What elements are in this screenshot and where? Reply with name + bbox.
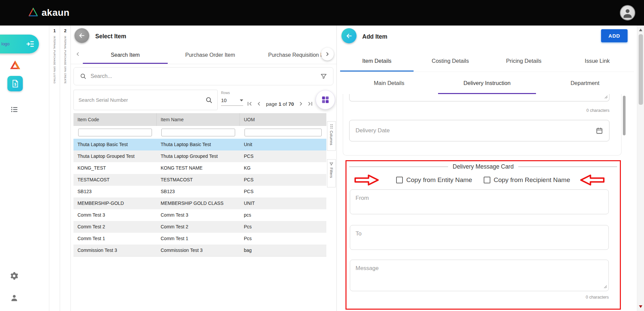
- panel-title: Select Item: [95, 33, 126, 40]
- rows-label: Rows: [221, 91, 243, 95]
- cell-uom: Unit: [240, 139, 326, 150]
- cell-item-code: Comm Test 3: [73, 209, 157, 221]
- cell-uom: pcs: [240, 209, 326, 221]
- workspace-tab-strip: 1 INTERNAL PURCHASE GRN LISTING 2 INTERN…: [49, 26, 71, 311]
- tab-department[interactable]: Department: [536, 72, 634, 94]
- sidebar-item-settings[interactable]: [9, 271, 18, 280]
- sidebar-item-akaun-app[interactable]: [9, 60, 21, 70]
- sidebar-item-profile[interactable]: [10, 294, 18, 302]
- grid-view-button[interactable]: [316, 90, 335, 109]
- character-count: 0 characters: [474, 295, 609, 300]
- column-header-item-name[interactable]: Item Name: [157, 113, 240, 126]
- back-button[interactable]: [74, 28, 89, 43]
- cell-uom: PCS: [240, 174, 326, 186]
- rows-per-page: Rows 10: [221, 91, 243, 106]
- add-item-tabs: Item Details Costing Details Pricing Det…: [340, 50, 634, 72]
- column-header-item-code[interactable]: Item Code: [73, 113, 157, 126]
- sidebar-brand-pill[interactable]: logo: [0, 35, 39, 53]
- filter-input-item-code[interactable]: [78, 129, 152, 136]
- grip-dots-icon: [330, 124, 333, 129]
- scroll-up-arrow[interactable]: [639, 29, 642, 31]
- cell-item-code: TESTMACOST: [73, 174, 157, 186]
- search-input[interactable]: [91, 73, 316, 79]
- serial-search-box: [73, 90, 218, 110]
- person-icon: [622, 7, 633, 18]
- table-row[interactable]: Thuta Laptop Basic Test Thuta Laptop Bas…: [73, 139, 326, 150]
- workspace-tab-1[interactable]: 1 INTERNAL PURCHASE GRN LISTING: [49, 26, 60, 311]
- delivery-message-card-legend: Delivery Message Card: [346, 163, 620, 170]
- serial-search-input[interactable]: [78, 97, 205, 103]
- search-icon[interactable]: [205, 96, 213, 104]
- annotation-highlight-box: Delivery Message Card Copy from Entity N…: [345, 160, 621, 310]
- copy-from-recipient-checkbox[interactable]: [484, 177, 490, 183]
- table-row[interactable]: Comm Test 2 Comm Test 2 Pcs: [73, 221, 326, 233]
- message-input[interactable]: [350, 260, 608, 291]
- copy-from-entity-checkbox[interactable]: [396, 177, 403, 183]
- resize-handle-icon[interactable]: [604, 284, 607, 290]
- table-row[interactable]: KONG_TEST KONG TEST NAME KG: [73, 162, 326, 174]
- tab-issue-link[interactable]: Issue Link: [560, 50, 634, 72]
- funnel-icon: [329, 162, 333, 166]
- truncated-textarea[interactable]: [349, 94, 609, 101]
- tab-purchase-order-item[interactable]: Purchase Order Item: [168, 46, 253, 64]
- tab-delivery-instruction[interactable]: Delivery Instruction: [438, 72, 536, 94]
- sidebar: logo $: [0, 26, 49, 311]
- first-page-button[interactable]: [245, 99, 254, 108]
- calendar-icon[interactable]: [596, 127, 603, 134]
- table-row[interactable]: Comm Test 1 Comm Test 1 Pcs: [73, 233, 326, 245]
- workspace-tab-2[interactable]: 2 INTERNAL PURCHASE GRN CREATE: [60, 26, 71, 311]
- columns-side-tab[interactable]: Columns: [327, 121, 336, 151]
- tab-pricing-details[interactable]: Pricing Details: [487, 50, 560, 72]
- tabs-scroll-right[interactable]: [321, 48, 334, 60]
- akaun-logo-icon: [28, 7, 38, 18]
- tab-item-details[interactable]: Item Details: [340, 50, 414, 72]
- panel-scrollbar-thumb[interactable]: [623, 96, 626, 135]
- table-row[interactable]: SB123 SB123 PCS: [73, 186, 326, 197]
- table-row[interactable]: Commission Test 3 Commisssion Test 3 bag: [73, 245, 326, 256]
- workspace-tab-2-label: INTERNAL PURCHASE GRN CREATE: [64, 36, 67, 84]
- user-avatar[interactable]: [620, 5, 635, 20]
- tab-search-item[interactable]: Search Item: [83, 46, 168, 64]
- select-item-panel: Select Item Search Item Purchase Order I…: [71, 26, 337, 311]
- table-row[interactable]: Thuta Laptop Grouped Test Thuta Laptop G…: [73, 150, 326, 162]
- table-row[interactable]: Comm Test 3 Comm Test 3 pcs: [73, 209, 326, 221]
- table-row[interactable]: MEMBERSHIP-GOLD MEMBERSHIP GOLD CLASS UN…: [73, 197, 326, 209]
- tab-purchase-requisition-item[interactable]: Purchase Requisition I: [253, 46, 322, 64]
- legend-line: [349, 167, 448, 167]
- column-header-uom[interactable]: UOM: [240, 113, 326, 126]
- tab-main-details[interactable]: Main Details: [340, 72, 438, 94]
- sidebar-toggle-icon[interactable]: [26, 40, 35, 50]
- to-input[interactable]: [350, 225, 608, 250]
- prev-page-button[interactable]: [255, 99, 263, 108]
- from-input[interactable]: [350, 190, 608, 214]
- tabs-scroll-left[interactable]: [74, 50, 82, 59]
- back-button[interactable]: [341, 28, 357, 43]
- filter-icon[interactable]: [320, 73, 327, 80]
- resize-handle-icon[interactable]: [604, 94, 608, 100]
- cell-item-code: Commission Test 3: [73, 245, 157, 256]
- table-row[interactable]: TESTMACOST TESTMACOST PCS: [73, 174, 326, 186]
- select-item-tabs: Search Item Purchase Order Item Purchase…: [83, 46, 322, 64]
- scroll-down-arrow[interactable]: [639, 305, 642, 308]
- scrollbar-thumb[interactable]: [639, 34, 643, 105]
- rows-select[interactable]: 10: [221, 97, 243, 106]
- add-item-panel: Add Item ADD Item Details Costing Detail…: [337, 26, 637, 311]
- sidebar-item-listing[interactable]: [10, 105, 19, 114]
- brand: akaun: [28, 7, 69, 18]
- person-icon: [10, 294, 18, 302]
- delivery-date-input[interactable]: [356, 127, 592, 134]
- last-page-button[interactable]: [306, 99, 315, 108]
- filters-side-tab[interactable]: Filters: [327, 159, 336, 187]
- chevron-right-icon: [297, 100, 305, 107]
- filter-input-uom[interactable]: [245, 129, 322, 136]
- sidebar-item-billing[interactable]: $: [7, 76, 23, 91]
- filter-input-item-name[interactable]: [161, 129, 235, 136]
- next-page-button[interactable]: [297, 99, 305, 108]
- cell-uom: Pcs: [240, 233, 326, 245]
- add-button[interactable]: ADD: [601, 29, 628, 42]
- cell-item-name: Thuta Laptop Grouped Test: [157, 150, 240, 162]
- gear-icon: [9, 271, 18, 280]
- tab-costing-details[interactable]: Costing Details: [414, 50, 487, 72]
- cell-uom: KG: [240, 162, 326, 174]
- search-bar: [73, 67, 333, 85]
